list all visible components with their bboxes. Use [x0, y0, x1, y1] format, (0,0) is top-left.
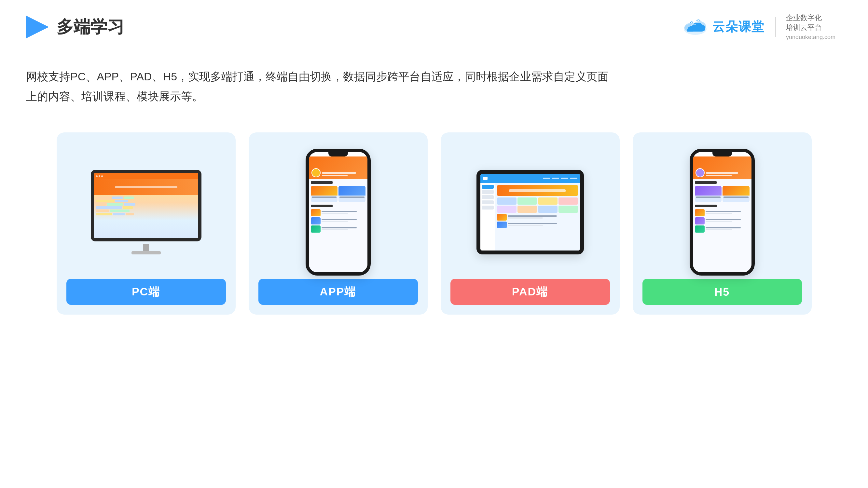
- divider: [775, 17, 776, 37]
- phone-notch-h5: [712, 152, 732, 157]
- h5-label: H5: [643, 279, 802, 305]
- phone-notch: [329, 152, 348, 157]
- page-title: 多端学习: [57, 15, 124, 38]
- h5-phone: [690, 149, 755, 275]
- app-label: APP端: [258, 279, 418, 305]
- brand-text: 企业数字化 培训云平台 yunduoketang.com: [786, 13, 835, 41]
- pad-card: PAD端: [441, 132, 620, 315]
- desc-line1: 网校支持PC、APP、PAD、H5，实现多端打通，终端自由切换，数据同步跨平台自…: [26, 67, 842, 87]
- cloud-logo-img: 云朵课堂: [681, 17, 765, 37]
- brand-url: yunduoketang.com: [786, 34, 835, 41]
- brand-name: 云朵课堂: [712, 19, 765, 35]
- logo-left: 多端学习: [26, 15, 124, 38]
- play-icon: [26, 15, 49, 38]
- desc-line2: 上的内容、培训课程、模块展示等。: [26, 87, 842, 106]
- brand-subtitle1: 企业数字化: [786, 13, 822, 23]
- svg-marker-0: [26, 15, 49, 38]
- pc-monitor: [91, 170, 202, 254]
- h5-card: H5: [633, 132, 812, 315]
- app-phone: [306, 149, 371, 275]
- brand-subtitle2: 培训云平台: [786, 23, 822, 33]
- cloud-icon: [681, 17, 710, 37]
- pad-label: PAD端: [451, 279, 610, 305]
- cards-section: PC端: [0, 106, 868, 315]
- description-section: 网校支持PC、APP、PAD、H5，实现多端打通，终端自由切换，数据同步跨平台自…: [0, 41, 868, 106]
- pc-label: PC端: [66, 279, 226, 305]
- bottom-space: [0, 315, 868, 347]
- pad-tablet: [476, 170, 584, 254]
- page-header: 多端学习 云朵课堂 企业数字化 培训云平台 yunduoketang.com: [0, 0, 868, 41]
- h5-image-container: [690, 145, 755, 279]
- brand-logo: 云朵课堂 企业数字化 培训云平台 yunduoketang.com: [681, 13, 835, 41]
- pc-image-container: [91, 145, 202, 279]
- app-image-container: [306, 145, 371, 279]
- app-card: APP端: [249, 132, 428, 315]
- pc-card: PC端: [57, 132, 236, 315]
- pad-image-container: [476, 145, 584, 279]
